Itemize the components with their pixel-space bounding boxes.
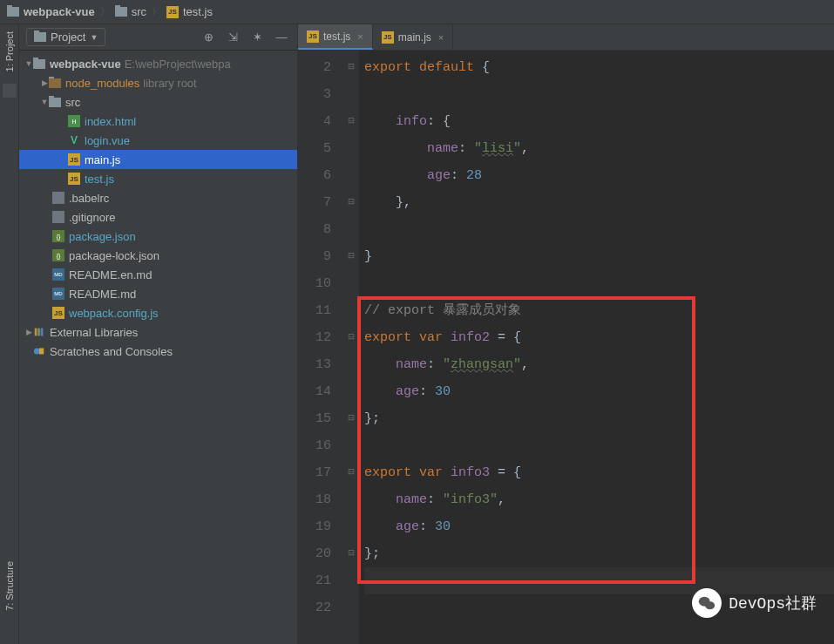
folder-icon (49, 98, 61, 107)
breadcrumb: webpack-vue 〉 src 〉 test.js (0, 0, 834, 24)
line-number: 3 (298, 81, 331, 108)
editor-tab[interactable]: main.js× (373, 24, 453, 50)
watermark: DevOps社群 (692, 588, 817, 618)
code-line[interactable]: age: 28 (364, 162, 834, 189)
project-tree: ▼ webpack-vue E:\webProject\webpa ▶ node… (19, 51, 297, 644)
md-file-icon (52, 288, 64, 300)
node-modules-label: node_modules (65, 77, 139, 90)
node-modules-hint: library root (143, 77, 196, 90)
tree-file-readme[interactable]: README.md (19, 284, 297, 303)
line-number: 22 (298, 594, 331, 621)
breadcrumb-root[interactable]: webpack-vue (7, 5, 95, 18)
scratches-label: Scratches and Consoles (50, 345, 173, 358)
folder-icon (49, 78, 61, 88)
breadcrumb-folder-label: src (132, 5, 146, 18)
code-line[interactable]: export default { (364, 54, 834, 81)
project-tool-tab[interactable]: 1: Project (2, 24, 17, 78)
fold-marker[interactable]: ⊟ (343, 189, 359, 216)
fold-marker[interactable]: ⊟ (343, 243, 359, 270)
tree-file-test-js[interactable]: test.js (19, 169, 297, 188)
file-label: index.html (85, 115, 136, 128)
fold-marker (343, 162, 359, 189)
left-tool-gutter: 1: Project 7: Structure (0, 24, 19, 644)
code-line[interactable] (364, 270, 834, 297)
tree-file-readme-en[interactable]: README.en.md (19, 265, 297, 284)
html-file-icon (68, 115, 80, 127)
chevron-right-icon: 〉 (152, 5, 161, 18)
editor-tabs: test.js×main.js× (298, 24, 834, 51)
tree-file-package-lock[interactable]: package-lock.json (19, 246, 297, 265)
code-line[interactable]: }, (364, 189, 834, 216)
tool-square-icon[interactable] (3, 84, 17, 98)
wechat-icon (692, 588, 722, 618)
code-line[interactable] (364, 81, 834, 108)
file-label: .babelrc (69, 192, 109, 205)
code-line[interactable]: info: { (364, 108, 834, 135)
breadcrumb-file[interactable]: test.js (166, 5, 213, 18)
tree-file-index-html[interactable]: index.html (19, 112, 297, 131)
folder-icon (115, 7, 127, 17)
fold-marker (343, 216, 359, 243)
svg-rect-1 (37, 329, 40, 336)
editor-tab[interactable]: test.js× (298, 24, 373, 50)
js-file-icon (307, 31, 319, 43)
svg-point-3 (34, 349, 40, 355)
tree-scratches[interactable]: Scratches and Consoles (19, 342, 297, 361)
folder-icon (33, 59, 45, 69)
code-content[interactable]: export default { info: { name: "lisi", a… (359, 51, 834, 644)
svg-rect-2 (41, 329, 44, 336)
tree-file-webpack-config[interactable]: webpack.config.js (19, 303, 297, 322)
src-label: src (65, 96, 80, 109)
editor-body[interactable]: 2345678910111213141516171819202122 ⊟⊟⊟⊟⊟… (298, 51, 834, 644)
tree-file-babelrc[interactable]: .babelrc (19, 188, 297, 207)
gear-icon[interactable]: ✶ (248, 29, 266, 46)
file-icon (52, 192, 64, 204)
json-file-icon (52, 230, 64, 242)
structure-tool-tab[interactable]: 7: Structure (2, 554, 17, 618)
fold-marker[interactable]: ⊟ (343, 54, 359, 81)
hide-icon[interactable]: — (273, 29, 290, 46)
locate-icon[interactable]: ⊕ (200, 29, 217, 46)
tree-root[interactable]: ▼ webpack-vue E:\webProject\webpa (19, 54, 297, 73)
vue-file-icon (68, 134, 80, 146)
close-icon[interactable]: × (438, 32, 444, 43)
line-number: 21 (298, 567, 331, 594)
project-view-selector[interactable]: Project ▼ (26, 28, 105, 46)
svg-rect-4 (39, 349, 44, 355)
file-label: webpack.config.js (69, 307, 159, 320)
line-number: 6 (298, 162, 331, 189)
tree-root-path: E:\webProject\webpa (125, 58, 231, 71)
watermark-text: DevOps社群 (729, 593, 817, 613)
code-line[interactable]: } (364, 243, 834, 270)
line-number: 10 (298, 270, 331, 297)
tree-file-login-vue[interactable]: login.vue (19, 131, 297, 150)
line-number: 4 (298, 108, 331, 135)
tree-file-main-js[interactable]: main.js (19, 150, 297, 169)
tab-label: main.js (398, 31, 431, 44)
tab-label: test.js (323, 31, 350, 43)
file-label: README.md (69, 288, 136, 301)
code-line[interactable] (364, 216, 834, 243)
fold-marker[interactable]: ⊟ (343, 108, 359, 135)
close-icon[interactable]: × (357, 31, 363, 42)
file-label: package.json (69, 230, 136, 243)
tree-src-folder[interactable]: ▼ src (19, 92, 297, 112)
tree-node-modules[interactable]: ▶ node_modules library root (19, 73, 297, 92)
line-number: 7 (298, 189, 331, 216)
tree-file-package-json[interactable]: package.json (19, 227, 297, 246)
file-label: login.vue (85, 134, 130, 147)
tree-external-libraries[interactable]: ▶ External Libraries (19, 322, 297, 342)
svg-rect-0 (35, 329, 37, 336)
code-line[interactable]: name: "lisi", (364, 135, 834, 162)
line-number: 18 (298, 486, 331, 513)
json-file-icon (52, 249, 64, 261)
breadcrumb-folder[interactable]: src (115, 5, 146, 18)
annotation-highlight-box (357, 296, 695, 584)
library-icon (33, 326, 45, 338)
folder-icon (34, 32, 46, 42)
tree-file-gitignore[interactable]: .gitignore (19, 207, 297, 227)
expand-icon[interactable]: ⇲ (224, 29, 241, 46)
editor-area: test.js×main.js× 23456789101112131415161… (298, 24, 834, 644)
tree-root-label: webpack-vue (50, 58, 121, 71)
js-file-icon (68, 173, 80, 185)
